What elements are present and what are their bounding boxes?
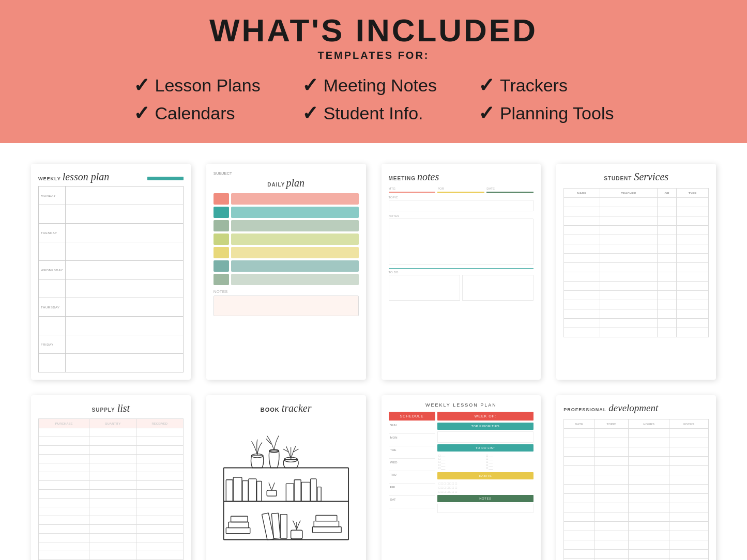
mn-notes-label: NOTES [389, 214, 534, 217]
table-row [564, 226, 709, 235]
mn-divider [389, 268, 534, 269]
table-row: WEDNESDAY [39, 261, 184, 279]
table-row [564, 531, 709, 540]
dp-row [214, 193, 359, 205]
table-row [39, 205, 184, 224]
wlp2-top-priorities: TOP PRIORITIES [437, 423, 534, 430]
wlp-label-fancy: lesson plan [63, 171, 110, 183]
sl-header: SUPPLY list [38, 402, 184, 414]
table-row [39, 242, 184, 261]
dp-side-bar [214, 260, 229, 272]
table-row [564, 216, 709, 226]
checkmark-icon: ✓ [133, 74, 150, 97]
template-card-weekly-lesson-plan: WEEKLY lesson plan MONDAY TUESD [31, 164, 191, 380]
mn-todo-label: TO DO [389, 271, 534, 274]
dp-side-bar [214, 220, 229, 231]
table-row [564, 207, 709, 216]
dp-label-small: DAILY [267, 182, 285, 188]
dp-color-bar [231, 234, 359, 245]
dp-color-bar [231, 193, 359, 205]
wlp2-right-col: TOP PRIORITIES TO DO LIST ☐ ___☐ ___☐ __… [437, 423, 534, 513]
wlp-label-small: WEEKLY [38, 176, 61, 181]
checklist-item-trackers: ✓ Trackers [478, 74, 568, 97]
table-header-row: DATE TOPIC HOURS FOCUS [564, 419, 709, 429]
svg-rect-22 [280, 515, 287, 538]
bt-label-small: BOOK [261, 407, 280, 413]
header-banner: WHAT'S INCLUDED TEMPLATES FOR: ✓ Lesson … [0, 0, 747, 143]
templates-grid: WEEKLY lesson plan MONDAY TUESD [31, 164, 716, 560]
table-row [564, 328, 709, 337]
svg-rect-24 [312, 527, 341, 533]
checklist-col-2: ✓ Meeting Notes ✓ Student Info. [302, 74, 437, 125]
table-row [564, 300, 709, 309]
dp-color-bar [231, 247, 359, 258]
svg-rect-7 [242, 481, 248, 502]
mn-notes-box [389, 219, 534, 265]
table-row [564, 540, 709, 550]
table-row [564, 429, 709, 438]
svg-rect-25 [314, 521, 339, 527]
svg-rect-26 [316, 515, 337, 521]
svg-rect-17 [226, 528, 250, 534]
dp-row [214, 207, 359, 218]
dp-row [214, 220, 359, 231]
wlp2-todo-header: TO DO LIST [437, 444, 534, 452]
dp-color-bar [231, 207, 359, 218]
wlp2-title: WEEKLY LESSON PLAN [389, 402, 534, 408]
table-row [564, 475, 709, 485]
checklist-col-3: ✓ Trackers ✓ Planning Tools [478, 74, 614, 125]
dp-notes-area [214, 295, 359, 316]
template-card-meeting-notes: MEETING notes MTG FOR DATE TOPIC NOTES T… [382, 164, 541, 380]
template-card-student-services: STUDENT Services NAME TEACHER GR TYPE [556, 164, 716, 380]
checklist-item-lesson-plans: ✓ Lesson Plans [133, 74, 261, 97]
table-row: FRIDAY [39, 335, 184, 354]
mn-todo-col-1 [389, 275, 460, 301]
table-row [39, 525, 184, 534]
table-row [564, 263, 709, 272]
table-row [39, 490, 184, 499]
table-row [564, 319, 709, 328]
svg-rect-11 [286, 484, 294, 501]
checkmark-icon: ✓ [133, 102, 150, 125]
dp-side-bar [214, 234, 229, 245]
svg-rect-13 [301, 482, 310, 501]
table-row [564, 503, 709, 512]
table-row [564, 466, 709, 475]
table-row [39, 446, 184, 455]
mn-todo-col-2 [462, 275, 533, 301]
dp-side-bar [214, 274, 229, 285]
template-card-book-tracker: BOOK tracker [206, 395, 366, 560]
table-row [564, 447, 709, 457]
table-row [564, 235, 709, 244]
table-row [564, 309, 709, 319]
mn-label-fancy: notes [417, 171, 439, 183]
table-row [564, 485, 709, 494]
templates-section: WEEKLY lesson plan MONDAY TUESD [0, 143, 747, 560]
checkmark-icon: ✓ [478, 74, 495, 97]
template-card-daily-plan: SUBJECT DAILY plan [206, 164, 366, 380]
wlp2-weekof-header: WEEK OF: [437, 412, 534, 421]
dp-notes-label: NOTES [214, 289, 359, 294]
bookshelf-illustration [214, 417, 359, 552]
dp-row [214, 234, 359, 245]
mn-info-row: MTG FOR DATE [389, 187, 534, 193]
checklist-grid: ✓ Lesson Plans ✓ Calendars ✓ Meeting Not… [21, 74, 726, 125]
table-row [39, 317, 184, 335]
dp-subject-label: SUBJECT [214, 171, 359, 176]
table-row [39, 472, 184, 481]
table-row [39, 481, 184, 490]
table-row: MONDAY [39, 186, 184, 205]
table-row [39, 279, 184, 298]
table-row [39, 455, 184, 463]
wlp-color-bar [147, 177, 184, 180]
table-row [564, 198, 709, 207]
ss-label-small: STUDENT [604, 176, 632, 181]
mn-field-for: FOR [437, 187, 484, 193]
ss-label-fancy: Services [634, 171, 668, 183]
dp-row [214, 247, 359, 258]
wlp2-habits-header: HABITS [437, 472, 534, 479]
sl-label-small: SUPPLY [92, 407, 115, 413]
table-row [564, 282, 709, 291]
pd-table: DATE TOPIC HOURS FOCUS [563, 419, 709, 560]
svg-rect-19 [231, 516, 248, 522]
